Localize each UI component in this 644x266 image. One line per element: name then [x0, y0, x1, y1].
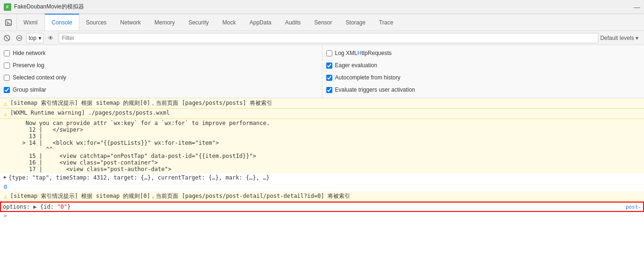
group-similar-checkbox[interactable] [4, 87, 10, 93]
console-toolbar: top ▾ 👁 Default levels ▾ [0, 31, 644, 45]
title-bar: F FakeDoubanMovie的模拟器 — [0, 0, 644, 14]
console-number-line: 0 [0, 183, 644, 191]
filter-input[interactable] [59, 33, 598, 43]
warning-block-header-text: [WXML Runtime warning] ./pages/posts/pos… [10, 110, 642, 116]
chevron-down-icon: ▾ [38, 35, 41, 41]
tab-security[interactable]: Security [182, 14, 215, 31]
evaluate-triggers-label: Evaluate triggers user activation [335, 86, 415, 93]
app-icon: F [4, 3, 11, 11]
warning-icon-3: ⚠ [4, 193, 8, 200]
source-link[interactable]: post- [626, 204, 641, 210]
group-similar-option: Group similar [4, 84, 318, 96]
tab-audits[interactable]: Audits [278, 14, 307, 31]
toggle-visibility-button[interactable]: 👁 [46, 33, 56, 43]
prompt-symbol: > [4, 213, 7, 219]
console-prompt: > [0, 212, 644, 219]
log-levels-button[interactable]: Default levels ▾ [600, 35, 638, 41]
preserve-log-option: Preserve log [4, 59, 318, 71]
preserve-log-label: Preserve log [13, 62, 44, 69]
warning-text-1: [sitemap 索引情况提示] 根据 sitemap 的规则[0]，当前页面 … [10, 99, 642, 107]
devtools-icon[interactable] [0, 14, 17, 31]
eager-eval-option: Eager evaluation [326, 59, 641, 71]
warning-line-1: ⚠ [sitemap 索引情况提示] 根据 sitemap 的规则[0]，当前页… [0, 98, 644, 109]
preserve-log-checkbox[interactable] [4, 63, 10, 69]
options-line: options: ▶ {id: "0"} post- [0, 202, 644, 212]
selected-context-label: Selected context only [13, 74, 66, 81]
collapsible-line[interactable]: ▶ {type: "tap", timeStamp: 4312, target:… [0, 173, 644, 183]
group-similar-label: Group similar [13, 86, 46, 93]
evaluate-triggers-option: Evaluate triggers user activation [326, 84, 641, 96]
console-zero-value: 0 [4, 184, 7, 190]
evaluate-triggers-checkbox[interactable] [326, 87, 332, 93]
tab-mock[interactable]: Mock [216, 14, 243, 31]
minimize-button[interactable]: — [634, 3, 640, 11]
options-right-col: Log XMLHttpRequests Eager evaluation Aut… [322, 45, 644, 98]
tab-storage[interactable]: Storage [339, 14, 373, 31]
hide-network-option: Hide network [4, 47, 318, 59]
console-output[interactable]: ⚠ [sitemap 索引情况提示] 根据 sitemap 的规则[0]，当前页… [0, 98, 644, 266]
app-title: FakeDoubanMovie的模拟器 [14, 3, 84, 11]
selected-context-checkbox[interactable] [4, 75, 10, 81]
default-levels-label: Default levels ▾ [600, 35, 638, 41]
context-selector[interactable]: top ▾ [26, 33, 44, 43]
warning-code-block: Now you can provide attr `wx:key` for a … [0, 119, 644, 173]
tab-network[interactable]: Network [114, 14, 148, 31]
warning-text-3: [sitemap 索引情况提示] 根据 sitemap 的规则[0]，当前页面 … [10, 192, 642, 200]
eager-eval-label: Eager evaluation [335, 62, 377, 69]
context-value: top [29, 35, 37, 41]
selected-context-option: Selected context only [4, 71, 318, 84]
collapsible-text: {type: "tap", timeStamp: 4312, target: {… [8, 174, 642, 181]
clear-console-button[interactable] [2, 33, 12, 43]
svg-line-3 [6, 36, 9, 39]
expand-icon[interactable]: ▶ [4, 174, 7, 180]
autocomplete-label: Autocomplete from history [335, 74, 400, 81]
autocomplete-checkbox[interactable] [326, 75, 332, 81]
hide-network-label: Hide network [13, 50, 46, 56]
console-options: Hide network Preserve log Selected conte… [0, 45, 644, 98]
tab-console[interactable]: Console [45, 14, 79, 31]
options-left-col: Hide network Preserve log Selected conte… [0, 45, 322, 98]
warning-block-header: ⚠ [WXML Runtime warning] ./pages/posts/p… [0, 109, 644, 119]
tab-appdata[interactable]: AppData [243, 14, 278, 31]
tab-trace[interactable]: Trace [373, 14, 400, 31]
options-text: options: ▶ {id: "0"} [3, 203, 626, 210]
stop-button[interactable] [14, 33, 24, 43]
tab-sources[interactable]: Sources [79, 14, 114, 31]
log-xmlhttp-option: Log XMLHttpRequests [326, 47, 641, 59]
warning-icon-2: ⚠ [4, 110, 8, 117]
tab-memory[interactable]: Memory [148, 14, 182, 31]
log-xmlhttp-checkbox[interactable] [326, 50, 332, 56]
hide-network-checkbox[interactable] [4, 50, 10, 56]
autocomplete-option: Autocomplete from history [326, 71, 641, 84]
tab-wxml[interactable]: Wxml [17, 14, 45, 31]
warning-icon-1: ⚠ [4, 100, 8, 107]
tab-bar: Wxml Console Sources Network Memory Secu… [0, 14, 644, 31]
warning-line-3: ⚠ [sitemap 索引情况提示] 根据 sitemap 的规则[0]，当前页… [0, 191, 644, 202]
tab-sensor[interactable]: Sensor [308, 14, 339, 31]
eager-eval-checkbox[interactable] [326, 63, 332, 69]
log-xmlhttp-label: Log XMLHttpRequests [335, 50, 392, 56]
